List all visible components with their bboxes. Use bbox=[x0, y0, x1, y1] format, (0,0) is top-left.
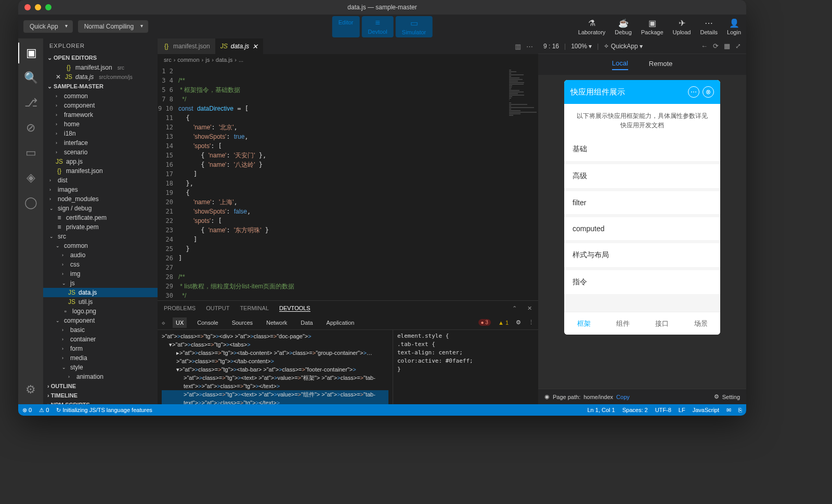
mode-simulator[interactable]: ▭Simulator bbox=[396, 16, 432, 37]
minimap[interactable] bbox=[507, 65, 538, 300]
phone-list-item[interactable]: computed bbox=[564, 217, 720, 240]
more-icon[interactable]: ⋯ bbox=[526, 43, 533, 50]
setting-gear-icon[interactable]: ⚙ bbox=[714, 393, 719, 400]
phone-list-item[interactable]: 指令 bbox=[564, 270, 720, 294]
setting-link[interactable]: Setting bbox=[722, 394, 740, 400]
tree-item[interactable]: ⌄style bbox=[43, 363, 158, 372]
panel-tab-problems[interactable]: PROBLEMS bbox=[164, 305, 196, 311]
editor-tab[interactable]: {}manifest.json bbox=[158, 38, 215, 54]
debug-icon[interactable]: ⊘ bbox=[18, 117, 43, 138]
layers-icon[interactable]: ◈ bbox=[18, 167, 43, 188]
panel-tab-terminal[interactable]: TERMINAL bbox=[240, 305, 269, 311]
status-item[interactable]: LF bbox=[679, 407, 685, 414]
status-item[interactable]: ✉ bbox=[726, 407, 731, 414]
devtools-tab-data[interactable]: Data bbox=[297, 317, 316, 328]
expand-icon[interactable]: ⤢ bbox=[735, 42, 741, 50]
tree-item[interactable]: ›container bbox=[43, 335, 158, 344]
tree-item[interactable]: ≡private.pem bbox=[43, 222, 158, 232]
toolbar-details[interactable]: ⋯Details bbox=[700, 18, 718, 35]
tree-item[interactable]: ≡certificate.pem bbox=[43, 213, 158, 222]
tree-item[interactable]: ›dist bbox=[43, 176, 158, 185]
breadcrumb[interactable]: src›common›js›data.js›... bbox=[158, 54, 538, 65]
headset-icon[interactable]: ◯ bbox=[18, 192, 43, 213]
status-item[interactable]: Ln 1, Col 1 bbox=[588, 407, 615, 414]
tree-item[interactable]: ›basic bbox=[43, 325, 158, 335]
phone-tab[interactable]: 场景 bbox=[681, 312, 720, 335]
warning-badge[interactable]: ▲ 1 bbox=[498, 320, 509, 326]
tree-item[interactable]: JSapp.js bbox=[43, 157, 158, 166]
tree-item[interactable]: ›node_modules bbox=[43, 194, 158, 204]
devtools-tab-application[interactable]: Application bbox=[323, 317, 358, 328]
editor-tab[interactable]: JSdata.js✕ bbox=[215, 38, 263, 54]
tree-item[interactable]: ›component bbox=[43, 101, 158, 110]
toolbar-upload[interactable]: ✈Upload bbox=[673, 18, 691, 35]
phone-tab[interactable]: 框架 bbox=[564, 312, 603, 335]
open-editors-section[interactable]: ⌄ OPEN EDITORS bbox=[43, 53, 158, 63]
devtools-more-icon[interactable]: ⋮ bbox=[528, 319, 534, 326]
sim-tab-local[interactable]: Local bbox=[612, 59, 628, 70]
phone-tab[interactable]: 组件 bbox=[603, 312, 642, 335]
status-item[interactable]: UTF-8 bbox=[655, 407, 671, 414]
toolbar-package[interactable]: ▣Package bbox=[641, 18, 664, 35]
close-dot[interactable] bbox=[24, 4, 31, 10]
sim-tab-remote[interactable]: Remote bbox=[649, 60, 673, 70]
tree-item[interactable]: ›animation bbox=[43, 372, 158, 381]
open-editor-item[interactable]: {}manifest.jsonsrc bbox=[43, 63, 158, 72]
code-content[interactable]: /** * 框架指令，基础数据 */ const dataDirective =… bbox=[178, 65, 507, 300]
error-badge[interactable]: ● 3 bbox=[478, 319, 491, 326]
mode-devtool[interactable]: ≡Devtool bbox=[361, 16, 393, 37]
extensions-icon[interactable]: ▭ bbox=[18, 142, 43, 163]
search-icon[interactable]: 🔍 bbox=[18, 68, 43, 88]
phone-list[interactable]: 基础高级filtercomputed样式与布局指令 bbox=[564, 137, 720, 312]
settings-gear-icon[interactable]: ⚙ bbox=[18, 379, 43, 400]
tree-item[interactable]: ›css bbox=[43, 260, 158, 269]
tree-item[interactable]: ▫logo.png bbox=[43, 307, 158, 316]
toolbar-laboratory[interactable]: ⚗Laboratory bbox=[578, 18, 606, 35]
npm-section[interactable]: › NPM SCRIPTS bbox=[43, 400, 158, 404]
styles-pane[interactable]: element.style {.tab-text { text-align: c… bbox=[393, 330, 538, 404]
phone-tab[interactable]: 接口 bbox=[642, 312, 681, 335]
panel-close-icon[interactable]: ✕ bbox=[527, 305, 532, 312]
dom-tree[interactable]: >"at">>class>=>"tg">><div> >"at">>class>… bbox=[158, 330, 393, 404]
phone-list-item[interactable]: filter bbox=[564, 191, 720, 214]
tree-item[interactable]: ›scenario bbox=[43, 148, 158, 157]
panel-tab-output[interactable]: OUTPUT bbox=[206, 305, 229, 311]
tree-item[interactable]: ›images bbox=[43, 185, 158, 194]
tree-item[interactable]: ›img bbox=[43, 269, 158, 278]
panel-tab-devtools[interactable]: DEVTOOLS bbox=[279, 305, 310, 312]
toolbar-dropdown[interactable]: Quick App bbox=[23, 20, 73, 33]
tree-item[interactable]: ⌄sign / debug bbox=[43, 204, 158, 213]
tree-item[interactable]: ›form bbox=[43, 344, 158, 353]
scm-icon[interactable]: ⎇ bbox=[18, 92, 43, 113]
status-item[interactable]: ⎘ bbox=[738, 407, 742, 414]
status-item[interactable]: ⚠ 0 bbox=[39, 407, 49, 414]
devtools-tab-console[interactable]: Console bbox=[194, 317, 221, 328]
phone-close-icon[interactable]: ⊗ bbox=[703, 86, 714, 98]
inspect-icon[interactable]: ⟐ bbox=[162, 320, 165, 326]
devtools-settings-icon[interactable]: ⚙ bbox=[516, 319, 521, 326]
open-editor-item[interactable]: ✕JSdata.jssrc/common/js bbox=[43, 72, 158, 82]
sim-zoom[interactable]: 100% ▾ bbox=[571, 43, 592, 50]
timeline-section[interactable]: › TIMELINE bbox=[43, 391, 158, 400]
devtools-tab-network[interactable]: Network bbox=[263, 317, 290, 328]
tree-item[interactable]: ›media bbox=[43, 353, 158, 363]
tree-item[interactable]: ⌄component bbox=[43, 316, 158, 325]
minimize-dot[interactable] bbox=[35, 4, 41, 10]
status-item[interactable]: ↻ Initializing JS/TS language features bbox=[56, 407, 152, 414]
explorer-icon[interactable]: ▣ bbox=[18, 43, 43, 63]
tree-item[interactable]: {}manifest.json bbox=[43, 166, 158, 176]
project-section[interactable]: ⌄ SAMPLE-MASTER bbox=[43, 82, 158, 91]
status-item[interactable]: ⊗ 0 bbox=[22, 407, 32, 414]
toolbar-login[interactable]: 👤Login bbox=[727, 18, 741, 35]
status-item[interactable]: JavaScript bbox=[693, 407, 719, 414]
toolbar-dropdown[interactable]: Normal Compiling bbox=[78, 20, 148, 33]
panel-maximize-icon[interactable]: ⌃ bbox=[512, 305, 517, 312]
tree-item[interactable]: ⌄js bbox=[43, 278, 158, 288]
outline-section[interactable]: › OUTLINE bbox=[43, 381, 158, 391]
maximize-dot[interactable] bbox=[45, 4, 51, 10]
tree-item[interactable]: ›audio bbox=[43, 250, 158, 260]
tree-item[interactable]: ›i18n bbox=[43, 129, 158, 138]
tree-item[interactable]: JSdata.js bbox=[43, 288, 158, 297]
phone-list-item[interactable]: 基础 bbox=[564, 137, 720, 161]
devtools-tab-ux[interactable]: UX bbox=[173, 317, 187, 328]
